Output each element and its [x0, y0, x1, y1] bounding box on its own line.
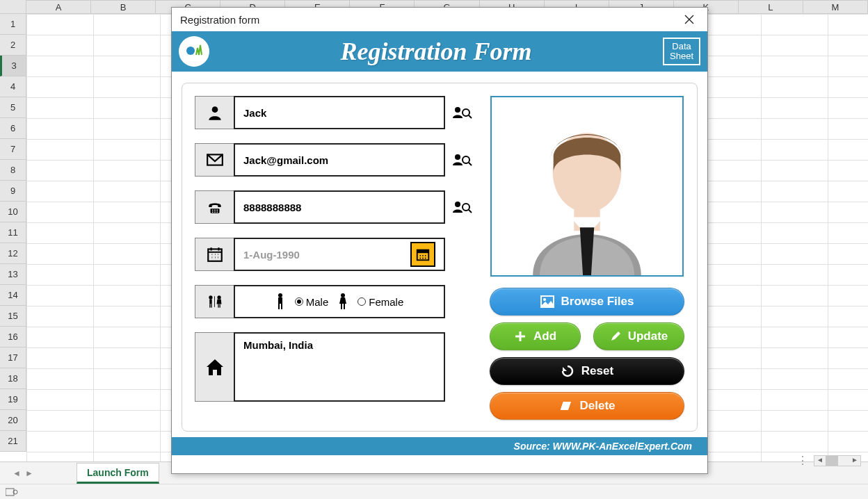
- home-icon: [195, 332, 234, 402]
- svg-point-26: [425, 258, 426, 259]
- sheet-tab-launch-form[interactable]: Launch Form: [77, 463, 159, 484]
- row-header[interactable]: 18: [0, 368, 26, 389]
- svg-point-25: [422, 258, 424, 259]
- banner: Registration Form DataSheet: [172, 31, 707, 72]
- svg-point-8: [463, 156, 469, 163]
- close-button[interactable]: [675, 9, 703, 30]
- svg-rect-41: [344, 304, 345, 309]
- row-header[interactable]: 14: [0, 285, 26, 306]
- gender-row: Male Female: [195, 285, 445, 318]
- row-header[interactable]: 2: [0, 35, 26, 56]
- svg-point-23: [425, 255, 426, 256]
- date-picker-button[interactable]: [410, 242, 435, 267]
- svg-point-12: [216, 209, 218, 211]
- row-header[interactable]: 8: [0, 160, 26, 181]
- svg-point-2: [186, 47, 195, 55]
- add-button[interactable]: Add: [490, 322, 581, 350]
- row-header[interactable]: 6: [0, 118, 26, 139]
- female-radio[interactable]: Female: [357, 296, 403, 308]
- row-header[interactable]: 7: [0, 139, 26, 160]
- calendar-icon: [195, 238, 234, 271]
- lookup-email-button[interactable]: [451, 149, 473, 171]
- svg-rect-37: [278, 304, 280, 309]
- row-header[interactable]: 21: [0, 431, 26, 452]
- plus-icon: [514, 330, 527, 343]
- reset-button[interactable]: Reset: [490, 357, 684, 385]
- row-header[interactable]: 11: [0, 222, 26, 243]
- lookup-name-button[interactable]: [451, 101, 473, 124]
- row-header[interactable]: 4: [0, 76, 26, 97]
- data-sheet-button[interactable]: DataSheet: [663, 38, 700, 66]
- row-header[interactable]: 13: [0, 264, 26, 285]
- pencil-icon: [610, 331, 621, 342]
- svg-point-21: [419, 255, 421, 256]
- image-icon: [540, 295, 554, 308]
- phone-row: 8888888888: [195, 190, 445, 224]
- svg-point-35: [278, 293, 282, 297]
- column-header[interactable]: L: [739, 1, 803, 13]
- row-header[interactable]: 3: [0, 56, 26, 76]
- email-input[interactable]: Jack@gmail.com: [234, 143, 445, 177]
- status-bar: [0, 484, 868, 499]
- horizontal-scrollbar[interactable]: ◄►: [814, 455, 861, 466]
- svg-point-32: [217, 295, 220, 299]
- dob-input[interactable]: 1-Aug-1990: [234, 238, 445, 271]
- row-headers: 123456789101112131415161718192021: [0, 14, 26, 452]
- svg-rect-0: [6, 489, 14, 496]
- update-button[interactable]: Update: [593, 322, 684, 350]
- sheet-nav[interactable]: ◄►: [0, 468, 77, 478]
- row-header[interactable]: 5: [0, 97, 26, 118]
- svg-point-39: [341, 293, 345, 297]
- name-input[interactable]: Jack: [234, 96, 445, 129]
- address-input[interactable]: Mumbai, India: [234, 332, 445, 402]
- column-header[interactable]: A: [26, 1, 91, 13]
- svg-rect-36: [278, 297, 282, 304]
- gender-icon: [195, 285, 234, 318]
- female-figure-icon: [338, 293, 348, 311]
- form-panel: Jack Jack@gmail.com: [182, 83, 698, 432]
- row-header[interactable]: 16: [0, 327, 26, 347]
- svg-point-16: [455, 202, 460, 207]
- delete-button[interactable]: Delete: [490, 392, 684, 420]
- reset-icon: [561, 364, 574, 378]
- svg-point-10: [211, 209, 213, 211]
- photo-frame: [490, 96, 684, 277]
- row-header[interactable]: 1: [0, 14, 26, 35]
- svg-rect-34: [219, 304, 220, 307]
- svg-point-24: [419, 258, 421, 259]
- dob-row: 1-Aug-1990: [195, 238, 445, 271]
- svg-rect-40: [341, 304, 342, 309]
- row-header[interactable]: 15: [0, 306, 26, 327]
- column-header[interactable]: M: [803, 1, 868, 13]
- dialog-titlebar[interactable]: Registration form: [172, 8, 707, 31]
- date-picker-icon: [415, 247, 431, 262]
- row-header[interactable]: 19: [0, 389, 26, 410]
- registration-dialog: Registration form Registration Form Data…: [171, 7, 708, 474]
- lookup-phone-button[interactable]: [451, 196, 473, 218]
- row-header[interactable]: 10: [0, 202, 26, 222]
- photo-placeholder: [492, 97, 682, 275]
- phone-input[interactable]: 8888888888: [234, 190, 445, 224]
- svg-rect-29: [209, 304, 210, 307]
- browse-files-button[interactable]: Browse Files: [490, 288, 684, 316]
- row-header[interactable]: 20: [0, 410, 26, 431]
- column-header[interactable]: B: [91, 1, 156, 13]
- dob-placeholder: 1-Aug-1990: [243, 249, 300, 261]
- select-all-corner[interactable]: [0, 0, 26, 14]
- banner-title: Registration Form: [209, 37, 663, 66]
- name-row: Jack: [195, 96, 445, 129]
- svg-rect-28: [209, 300, 211, 304]
- row-header[interactable]: 12: [0, 243, 26, 264]
- row-header[interactable]: 9: [0, 181, 26, 202]
- row-header[interactable]: 17: [0, 347, 26, 368]
- male-radio[interactable]: Male: [295, 296, 329, 308]
- record-macro-icon[interactable]: [6, 487, 18, 497]
- svg-point-17: [463, 204, 469, 211]
- logo-icon: [179, 36, 209, 67]
- sheet-options-icon[interactable]: ⋮: [797, 454, 810, 467]
- gender-box: Male Female: [234, 285, 445, 318]
- svg-rect-20: [417, 250, 429, 254]
- svg-point-22: [422, 255, 424, 256]
- close-icon: [684, 15, 694, 24]
- phone-icon: [195, 190, 234, 224]
